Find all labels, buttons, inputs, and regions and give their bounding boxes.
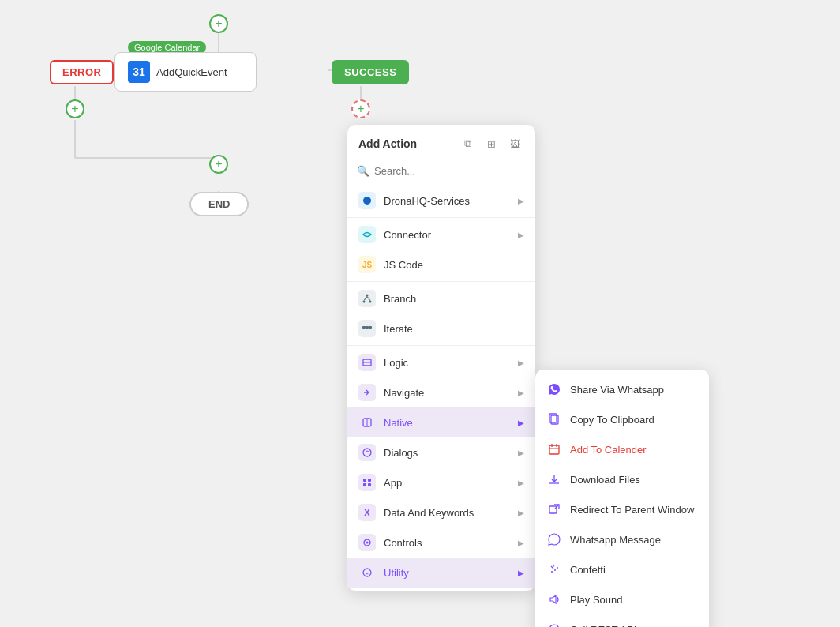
native-chevron: ▶ (518, 419, 524, 427)
submenu-item-add-calendar[interactable]: Add To Calender (535, 434, 709, 464)
svg-rect-23 (363, 479, 366, 482)
svg-point-22 (363, 449, 371, 456)
submenu-item-redirect-parent[interactable]: Redirect To Parent Window (535, 494, 709, 524)
share-whatsapp-label: Share Via Whatsapp (570, 384, 664, 396)
expand-panel-icon[interactable]: ⊞ (482, 134, 501, 153)
svg-rect-24 (368, 479, 371, 482)
branch-label: Branch (384, 293, 416, 305)
svg-point-12 (369, 301, 372, 303)
submenu-item-download-files[interactable]: Download Files (535, 464, 709, 494)
download-files-icon (546, 471, 562, 487)
svg-point-40 (551, 571, 553, 573)
utility-chevron: ▶ (518, 569, 524, 577)
image-panel-icon[interactable]: 🖼 (505, 134, 524, 153)
svg-rect-25 (363, 483, 366, 486)
confetti-label: Confetti (570, 564, 606, 576)
native-submenu-panel: Share Via Whatsapp Copy To Clipboard Add… (535, 370, 709, 627)
share-whatsapp-icon (546, 381, 562, 397)
svg-rect-31 (549, 445, 559, 454)
calendar-icon: 31 (128, 61, 150, 83)
add-calendar-label: Add To Calender (570, 444, 647, 456)
whatsapp-message-label: Whatsapp Message (570, 534, 661, 546)
menu-item-connector[interactable]: Connector ▶ (347, 220, 535, 250)
menu-item-iterate[interactable]: Iterate (347, 314, 535, 344)
app-label: App (384, 477, 402, 489)
flow-canvas: + Google Calendar 31 AddQuickEvent ERROR… (0, 0, 840, 627)
utility-icon (358, 564, 376, 581)
main-node[interactable]: 31 AddQuickEvent (114, 52, 257, 92)
navigate-icon (358, 384, 376, 401)
menu-item-navigate[interactable]: Navigate ▶ (347, 377, 535, 407)
native-label: Native (384, 417, 413, 429)
datakeys-chevron: ▶ (518, 509, 524, 517)
svg-rect-35 (549, 506, 557, 513)
search-icon: 🔍 (357, 165, 369, 177)
menu-item-branch[interactable]: Branch (347, 283, 535, 314)
submenu-item-share-whatsapp[interactable]: Share Via Whatsapp (535, 374, 709, 404)
panel-header: Add Action ⧉ ⊞ 🖼 (347, 125, 535, 160)
node-title: AddQuickEvent (156, 66, 227, 78)
copy-clipboard-icon (546, 411, 562, 427)
success-add-button[interactable]: + (351, 99, 370, 118)
datakeys-icon: X (358, 504, 376, 521)
logic-label: Logic (384, 357, 408, 369)
menu-item-logic[interactable]: Logic ▶ (347, 347, 535, 377)
call-rest-label: Call REST API (570, 624, 636, 628)
submenu-item-whatsapp-message[interactable]: Whatsapp Message (535, 524, 709, 554)
redirect-parent-label: Redirect To Parent Window (570, 504, 694, 516)
app-icon (358, 474, 376, 491)
middle-add-button[interactable]: + (209, 155, 228, 174)
copy-panel-icon[interactable]: ⧉ (458, 134, 477, 153)
panel-icon-group: ⧉ ⊞ 🖼 (458, 134, 524, 153)
copy-clipboard-label: Copy To Clipboard (570, 414, 654, 426)
menu-list: DronaHQ-Services ▶ Connector ▶ (347, 182, 535, 591)
menu-item-datakeys[interactable]: X Data And Keywords ▶ (347, 497, 535, 528)
play-sound-label: Play Sound (570, 594, 623, 606)
app-chevron: ▶ (518, 479, 524, 487)
logic-chevron: ▶ (518, 359, 524, 367)
svg-rect-26 (368, 483, 371, 486)
call-rest-icon: API (546, 621, 562, 627)
submenu-item-copy-clipboard[interactable]: Copy To Clipboard (535, 404, 709, 434)
svg-rect-15 (362, 326, 366, 329)
download-files-label: Download Files (570, 474, 640, 486)
menu-item-controls[interactable]: Controls ▶ (347, 528, 535, 558)
connector-chevron: ▶ (518, 231, 524, 239)
whatsapp-message-icon (546, 531, 562, 547)
dronahq-chevron: ▶ (518, 197, 524, 205)
connector-icon (358, 226, 376, 243)
svg-point-11 (363, 301, 366, 303)
submenu-item-confetti[interactable]: Confetti (535, 554, 709, 584)
menu-item-native[interactable]: Native ▶ (347, 407, 535, 437)
redirect-parent-icon (546, 501, 562, 517)
menu-item-utility[interactable]: Utility ▶ (347, 558, 535, 588)
menu-item-jscode[interactable]: JS JS Code (347, 250, 535, 280)
search-input[interactable] (374, 165, 526, 177)
submenu-item-call-rest[interactable]: API Call REST API (535, 614, 709, 627)
dronahq-icon (358, 192, 376, 209)
divider-1 (347, 217, 535, 218)
top-add-button[interactable]: + (209, 14, 228, 33)
svg-line-13 (364, 297, 367, 301)
native-icon (358, 414, 376, 431)
dialogs-chevron: ▶ (518, 449, 524, 457)
svg-rect-16 (366, 326, 369, 329)
controls-icon (358, 534, 376, 551)
branch-icon (358, 290, 376, 307)
menu-item-dronahq[interactable]: DronaHQ-Services ▶ (347, 186, 535, 216)
jscode-icon: JS (358, 256, 376, 273)
add-calendar-icon (546, 441, 562, 457)
add-action-panel: Add Action ⧉ ⊞ 🖼 🔍 DronaHQ-Services ▶ (347, 125, 535, 591)
logic-icon (358, 354, 376, 371)
svg-point-39 (554, 569, 556, 571)
svg-point-10 (366, 295, 369, 297)
confetti-icon (546, 561, 562, 577)
submenu-item-play-sound[interactable]: Play Sound (535, 584, 709, 614)
svg-point-41 (557, 567, 558, 569)
menu-item-app[interactable]: App ▶ (347, 467, 535, 497)
error-add-button[interactable]: + (66, 99, 84, 118)
menu-item-dialogs[interactable]: Dialogs ▶ (347, 437, 535, 467)
controls-label: Controls (384, 537, 422, 549)
end-node: END (189, 192, 249, 216)
dialogs-label: Dialogs (384, 447, 418, 459)
